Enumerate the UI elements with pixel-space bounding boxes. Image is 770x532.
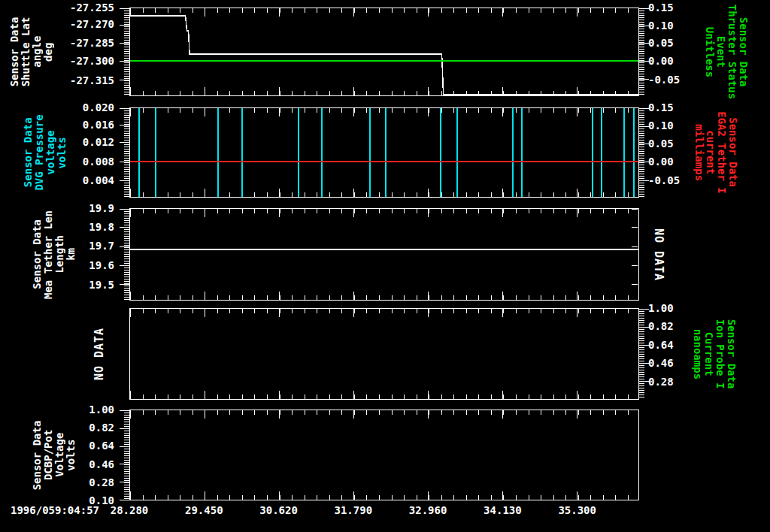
x-tick-label: 28.280: [98, 504, 161, 516]
axis-title-left-dvg-pressure: Sensor DataDVG Pressurevoltagevolts: [23, 114, 68, 190]
axis-title-line: Current: [703, 331, 714, 376]
axis-title-line: Sensor Data: [738, 17, 749, 87]
y-major-tick-left: [120, 142, 129, 143]
x-tick-label: 29.450: [172, 504, 235, 516]
axis-title-line: volts: [65, 439, 77, 470]
plot-frame-ion-probe-current: [129, 308, 639, 400]
x-tick-label: 34.130: [471, 504, 534, 516]
axis-title-line: volts: [56, 137, 68, 168]
x-major-tick: [130, 491, 131, 500]
y-major-tick-left: [120, 61, 129, 62]
timestamp-label: 1996/059:04:57: [11, 504, 99, 516]
y-minor-comb-left: [124, 8, 129, 95]
x-major-tick: [577, 309, 578, 317]
x-minor-ticks-bottom: [130, 394, 638, 399]
y-tick-label-left: 1.00: [35, 404, 114, 416]
x-major-tick: [130, 309, 131, 317]
axis-title-line: Voltage: [54, 433, 65, 477]
y-major-tick-left: [120, 464, 129, 464]
x-major-tick: [577, 391, 578, 399]
y-major-tick-left: [120, 446, 129, 447]
y-major-tick-left: [120, 428, 129, 429]
axis-title-line: Sensor Data: [32, 420, 43, 490]
x-major-tick: [428, 391, 429, 399]
x-tick-label: 32.960: [396, 504, 459, 516]
y-minor-comb-right: [639, 108, 644, 197]
y-major-tick-left: [120, 246, 129, 247]
y-major-tick-left: [120, 8, 129, 9]
y-tick-label-right: 0.10: [648, 119, 674, 131]
x-major-tick: [428, 309, 429, 317]
y-tick-label-left: 0.020: [35, 101, 114, 113]
x-major-tick: [353, 391, 354, 399]
no-data-label-left-ion-probe-current: NO DATA: [94, 328, 105, 380]
y-major-tick-left: [120, 80, 129, 80]
axis-title-right-ion-probe-current: Sensor DataIon Probe ICurrentnanoamps: [692, 319, 737, 389]
axis-title-line: Unitless: [704, 26, 715, 77]
y-minor-comb-right: [639, 8, 644, 95]
x-major-tick: [428, 491, 429, 500]
y-major-tick-left: [120, 500, 129, 500]
axis-title-left-shuttle-lat: Sensor DataShuttle Latangledeg: [9, 17, 54, 87]
x-major-tick: [502, 309, 503, 317]
axis-title-line: angle: [32, 36, 43, 68]
data-series-dvg-pressure: [129, 107, 639, 198]
x-major-tick: [205, 391, 205, 399]
y-tick-label-right: 0.82: [648, 320, 674, 332]
y-major-tick-left: [120, 410, 129, 411]
data-series-mea-tether-len: [129, 208, 639, 301]
axis-title-line: DCBP/Pot: [43, 430, 54, 480]
axis-title-line: Sensor Data: [727, 118, 738, 188]
axis-title-line: Length: [54, 235, 65, 274]
x-tick-label: 30.620: [247, 504, 311, 516]
y-tick-label-right: -0.05: [648, 74, 680, 86]
x-major-tick: [353, 309, 354, 317]
y-major-tick-left: [120, 25, 129, 26]
axis-title-line: Sensor Data: [32, 219, 43, 289]
x-major-tick: [279, 410, 280, 419]
axis-title-line: Ion Probe I: [714, 319, 726, 389]
y-tick-label-right: 0.15: [648, 2, 674, 14]
y-minor-comb-right: [639, 309, 644, 399]
y-tick-label-right: 0.46: [648, 357, 674, 369]
x-major-tick: [205, 309, 205, 317]
y-minor-comb-left: [124, 410, 129, 500]
axis-title-line: Mea Tether Len: [43, 210, 54, 298]
axis-title-left-mea-tether-len: Sensor DataMea Tether LenLengthkm: [32, 210, 77, 298]
axis-title-line: Sensor Data: [726, 319, 737, 389]
y-minor-comb-left: [124, 209, 129, 300]
y-tick-label-right: 0.05: [648, 138, 674, 150]
axis-title-line: EGA2 Tether I: [716, 111, 727, 194]
x-major-tick: [279, 391, 280, 399]
y-major-tick-left: [120, 108, 129, 109]
y-major-tick-left: [120, 284, 129, 285]
step-trace: [129, 16, 639, 95]
y-minor-comb-left: [124, 108, 129, 197]
axis-title-line: DVG Pressure: [34, 114, 45, 190]
y-major-tick-left: [120, 482, 129, 482]
x-major-tick: [353, 491, 354, 500]
x-tick-label: 31.790: [322, 504, 385, 516]
axis-title-line: Thruster Status: [726, 5, 738, 99]
y-tick-label-right: 0.00: [648, 55, 674, 67]
axis-title-right-dvg-pressure: Sensor DataEGA2 Tether Icurrentmilliamps: [693, 111, 738, 194]
y-tick-label-right: 0.05: [648, 37, 674, 49]
axis-title-right-shuttle-lat: Sensor DataThruster StatusEventUnitless: [704, 5, 749, 99]
y-tick-label-right: 0.28: [648, 376, 674, 388]
x-major-tick: [205, 491, 205, 500]
data-series-shuttle-lat: [129, 8, 639, 96]
axis-title-line: voltage: [45, 130, 56, 174]
x-major-tick: [502, 391, 503, 399]
y-major-tick-left: [120, 265, 129, 266]
axis-title-line: Event: [715, 36, 726, 68]
axis-title-left-dcbp-pot-voltage: Sensor DataDCBP/PotVoltagevolts: [32, 420, 77, 490]
x-minor-ticks-top: [130, 410, 638, 415]
axis-title-line: nanoamps: [692, 328, 703, 379]
x-major-tick: [577, 410, 578, 419]
y-major-tick-left: [120, 180, 129, 181]
axis-title-line: Shuttle Lat: [20, 17, 32, 87]
y-tick-label-right: 0.64: [648, 339, 674, 351]
x-major-tick: [577, 491, 578, 500]
x-minor-ticks-bottom: [130, 495, 638, 500]
x-major-tick: [130, 410, 131, 419]
